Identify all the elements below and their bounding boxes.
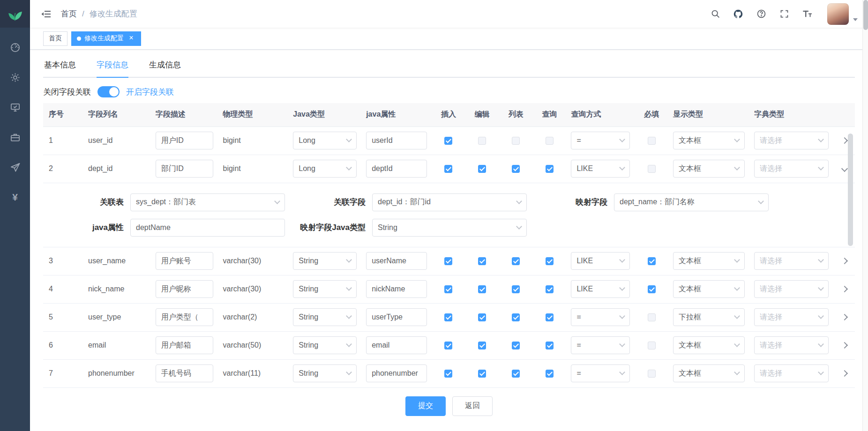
help-button[interactable] <box>756 8 767 20</box>
html-type-select[interactable]: 文本框 <box>673 252 745 270</box>
query-type-select[interactable]: = <box>571 132 630 149</box>
expand-toggle-icon[interactable] <box>841 137 848 144</box>
dict-type-select[interactable]: 请选择 <box>754 364 829 382</box>
java-field-input[interactable] <box>366 336 427 354</box>
insert-checkbox[interactable] <box>444 257 452 265</box>
relation-column-select[interactable]: dept_id：部门id <box>372 193 527 211</box>
required-checkbox[interactable] <box>648 165 656 173</box>
tab-basic-info[interactable]: 基本信息 <box>43 52 86 77</box>
edit-checkbox[interactable] <box>478 257 486 265</box>
expand-toggle-icon[interactable] <box>841 342 848 349</box>
insert-checkbox[interactable] <box>444 370 452 378</box>
font-size-button[interactable] <box>801 8 813 20</box>
field-relation-switch[interactable] <box>97 86 120 97</box>
html-type-select[interactable]: 文本框 <box>673 364 745 382</box>
list-checkbox[interactable] <box>512 285 520 293</box>
expand-toggle-icon[interactable] <box>841 258 848 264</box>
query-checkbox[interactable] <box>546 285 554 293</box>
required-checkbox[interactable] <box>648 370 656 378</box>
required-checkbox[interactable] <box>648 257 656 265</box>
query-type-select[interactable]: = <box>571 364 630 382</box>
java-type-select[interactable]: String <box>293 252 357 270</box>
dict-type-select[interactable]: 请选择 <box>754 336 829 354</box>
mapping-column-select[interactable]: dept_name：部门名称 <box>614 193 769 211</box>
user-menu[interactable] <box>827 3 858 25</box>
mapping-java-type-select[interactable]: String <box>372 219 527 237</box>
java-type-select[interactable]: String <box>293 364 357 382</box>
java-type-select[interactable]: Long <box>293 160 357 178</box>
column-comment-input[interactable] <box>156 132 214 149</box>
required-checkbox[interactable] <box>648 342 656 349</box>
expand-toggle-icon[interactable] <box>841 370 848 377</box>
insert-checkbox[interactable] <box>444 137 452 145</box>
list-checkbox[interactable] <box>512 313 520 321</box>
insert-checkbox[interactable] <box>444 285 452 293</box>
submit-button[interactable]: 提交 <box>405 396 446 416</box>
dict-type-select[interactable]: 请选择 <box>754 160 829 178</box>
sidebar-item-pay[interactable]: ¥ <box>0 182 30 212</box>
tag-current[interactable]: 修改生成配置 × <box>71 31 141 46</box>
tag-close-icon[interactable]: × <box>127 34 135 43</box>
tab-gen-info[interactable]: 生成信息 <box>139 52 191 77</box>
dict-type-select[interactable]: 请选择 <box>754 132 829 149</box>
required-checkbox[interactable] <box>648 137 656 145</box>
java-field-input[interactable] <box>366 364 427 382</box>
query-checkbox[interactable] <box>546 165 554 173</box>
insert-checkbox[interactable] <box>444 165 452 173</box>
edit-checkbox[interactable] <box>478 137 486 145</box>
query-checkbox[interactable] <box>546 342 554 349</box>
column-comment-input[interactable] <box>156 336 214 354</box>
edit-checkbox[interactable] <box>478 313 486 321</box>
relation-table-select[interactable]: sys_dept：部门表 <box>130 193 285 211</box>
github-button[interactable] <box>733 8 744 20</box>
java-field-input[interactable] <box>366 280 427 298</box>
tab-field-info[interactable]: 字段信息 <box>86 52 139 77</box>
relation-java-field-input[interactable] <box>130 219 285 237</box>
query-checkbox[interactable] <box>546 137 554 145</box>
field-relation-on-link[interactable]: 开启字段关联 <box>126 87 174 97</box>
html-type-select[interactable]: 文本框 <box>673 132 745 149</box>
html-type-select[interactable]: 下拉框 <box>673 308 745 326</box>
window-scrollbar[interactable] <box>862 0 868 431</box>
html-type-select[interactable]: 文本框 <box>673 160 745 178</box>
required-checkbox[interactable] <box>648 285 656 293</box>
list-checkbox[interactable] <box>512 165 520 173</box>
java-field-input[interactable] <box>366 252 427 270</box>
java-type-select[interactable]: String <box>293 336 357 354</box>
content-scrollbar-thumb[interactable] <box>848 134 853 246</box>
query-type-select[interactable]: = <box>571 336 630 354</box>
html-type-select[interactable]: 文本框 <box>673 336 745 354</box>
java-type-select[interactable]: String <box>293 280 357 298</box>
query-type-select[interactable]: = <box>571 308 630 326</box>
expand-toggle-icon[interactable] <box>841 165 848 172</box>
sidebar-collapse-button[interactable] <box>37 5 55 23</box>
list-checkbox[interactable] <box>512 257 520 265</box>
query-checkbox[interactable] <box>546 370 554 378</box>
java-type-select[interactable]: Long <box>293 132 357 149</box>
query-checkbox[interactable] <box>546 257 554 265</box>
window-scrollbar-thumb[interactable] <box>863 0 868 30</box>
java-field-input[interactable] <box>366 132 427 149</box>
edit-checkbox[interactable] <box>478 285 486 293</box>
insert-checkbox[interactable] <box>444 342 452 349</box>
tag-home[interactable]: 首页 <box>43 31 67 46</box>
column-comment-input[interactable] <box>156 364 214 382</box>
list-checkbox[interactable] <box>512 342 520 349</box>
fullscreen-button[interactable] <box>778 8 790 20</box>
java-field-input[interactable] <box>366 160 427 178</box>
dict-type-select[interactable]: 请选择 <box>754 308 829 326</box>
expand-toggle-icon[interactable] <box>841 286 848 292</box>
column-comment-input[interactable] <box>156 308 214 326</box>
column-comment-input[interactable] <box>156 280 214 298</box>
sidebar-item-dashboard[interactable] <box>0 32 30 62</box>
edit-checkbox[interactable] <box>478 165 486 173</box>
sidebar-item-monitor[interactable] <box>0 92 30 122</box>
query-type-select[interactable]: LIKE <box>571 280 630 298</box>
required-checkbox[interactable] <box>648 313 656 321</box>
back-button[interactable]: 返回 <box>452 396 493 416</box>
sidebar-item-system[interactable] <box>0 62 30 92</box>
column-comment-input[interactable] <box>156 160 214 178</box>
app-logo[interactable] <box>0 0 30 28</box>
sidebar-item-tool[interactable] <box>0 122 30 152</box>
html-type-select[interactable]: 文本框 <box>673 280 745 298</box>
